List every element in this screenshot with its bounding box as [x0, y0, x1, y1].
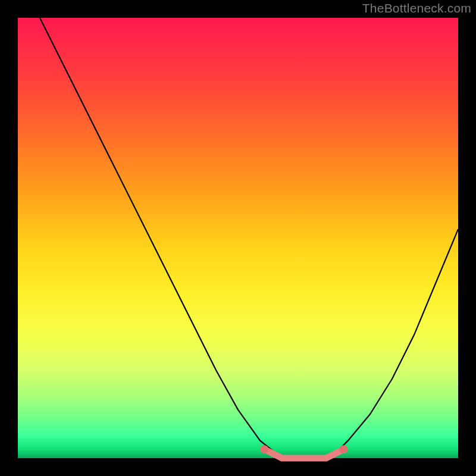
watermark-text: TheBottleneck.com: [362, 1, 471, 15]
zero-band-dot-right: [340, 445, 348, 453]
zero-band-line: [264, 449, 343, 458]
chart-plot-area: [18, 18, 458, 458]
zero-band-dot-left: [260, 445, 268, 453]
chart-svg: [18, 18, 458, 458]
chart-frame: TheBottleneck.com: [0, 0, 476, 476]
bottleneck-curve-line: [40, 18, 458, 458]
